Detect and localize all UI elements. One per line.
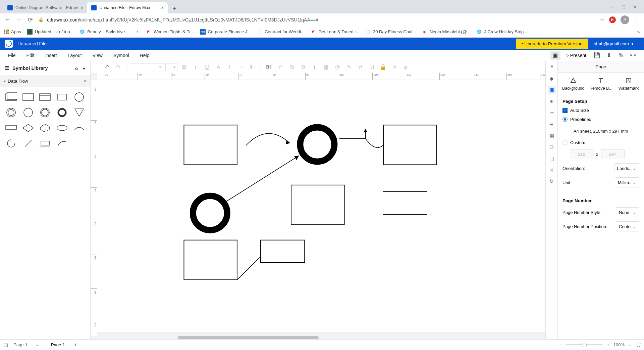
shape-diamond[interactable] bbox=[20, 121, 36, 135]
fullscreen-icon[interactable]: ⛶ bbox=[636, 342, 641, 347]
page-tab[interactable]: Page-1 bbox=[46, 342, 70, 347]
tab-watermark[interactable]: AWatermark bbox=[616, 77, 641, 91]
image-tool-icon[interactable]: ▦ bbox=[548, 132, 556, 140]
extension-icon[interactable]: K bbox=[609, 16, 616, 23]
tools-icon[interactable]: ✕ bbox=[390, 63, 399, 72]
italic-icon[interactable]: I bbox=[191, 63, 200, 72]
present-button[interactable]: Present bbox=[562, 51, 590, 60]
layout-icon[interactable]: ▯▯ bbox=[3, 342, 8, 347]
menu-file[interactable]: File bbox=[3, 50, 21, 61]
bookmark-item[interactable]: ⬚30 Day Fitness Chal... bbox=[365, 29, 416, 35]
present-tool-icon[interactable]: ▱ bbox=[548, 109, 556, 117]
collapse-icon[interactable]: « bbox=[83, 65, 86, 71]
new-tab-button[interactable]: + bbox=[170, 4, 179, 13]
expand-panel-icon[interactable]: « bbox=[548, 63, 556, 71]
pn-pos-select[interactable]: Center bbox=[616, 221, 639, 231]
tab-remove-bg[interactable]: Remove B... bbox=[588, 77, 613, 91]
pn-style-select[interactable]: None bbox=[616, 207, 639, 217]
line-spacing-icon[interactable]: ⬍≡ bbox=[248, 63, 257, 72]
shape-rect[interactable] bbox=[20, 90, 36, 104]
bookmark-item[interactable]: ◉Negin Mirsalehi (@... bbox=[422, 29, 471, 35]
profile-avatar[interactable]: A bbox=[621, 15, 629, 24]
edit-icon[interactable]: ☑ bbox=[367, 63, 376, 72]
fill-icon[interactable]: ◔ bbox=[333, 63, 342, 72]
stroke-icon[interactable]: ✎ bbox=[344, 63, 354, 72]
page-tool-icon[interactable]: ▣ bbox=[548, 86, 556, 94]
bookmark-item[interactable]: MHCorporate Finance J... bbox=[200, 29, 251, 35]
bookmark-item[interactable]: 🌐J.Crew Holiday Strip... bbox=[477, 29, 528, 35]
history-icon[interactable]: ↻ bbox=[548, 177, 556, 185]
bookmark-item[interactable]: ⬛Updated list of top... bbox=[27, 29, 74, 35]
share-icon[interactable]: ⚬⚬ bbox=[628, 51, 638, 60]
print-icon[interactable]: 🖶 bbox=[616, 51, 626, 60]
shape-ellipse[interactable] bbox=[54, 121, 70, 135]
menu-help[interactable]: Help bbox=[135, 50, 155, 61]
shape-process[interactable] bbox=[3, 90, 19, 104]
url-field[interactable]: 🔒 edrawmax.com/online/app.html?y0/KUjV2K… bbox=[38, 17, 595, 23]
zoom-slider[interactable] bbox=[566, 344, 603, 345]
save-icon[interactable]: 💾 bbox=[592, 51, 602, 60]
font-family-select[interactable] bbox=[130, 63, 163, 71]
shape-arc[interactable] bbox=[71, 121, 87, 135]
shape-note[interactable] bbox=[37, 136, 53, 150]
unit-select[interactable]: Millim... bbox=[615, 177, 639, 187]
horizontal-scrollbar[interactable] bbox=[97, 336, 545, 339]
download-icon[interactable]: ⬇ bbox=[604, 51, 614, 60]
paper-size-select[interactable]: A4 sheet, 210mm x 297 mm bbox=[570, 126, 639, 136]
minimize-icon[interactable]: ─ bbox=[611, 4, 614, 9]
connector-icon[interactable]: ↱ bbox=[276, 63, 285, 72]
zoom-out-button[interactable]: − bbox=[559, 342, 562, 347]
forward-button[interactable]: → bbox=[15, 16, 22, 23]
align-left-icon[interactable]: ⫮ bbox=[310, 63, 319, 72]
underline-icon[interactable]: U bbox=[202, 63, 212, 72]
bookmark-item[interactable]: ◤Women Tights & Tr... bbox=[146, 29, 194, 35]
shape-double-circle[interactable] bbox=[3, 105, 19, 120]
back-button[interactable]: ← bbox=[4, 16, 11, 23]
upgrade-button[interactable]: • Upgrade to Premium Version bbox=[516, 39, 588, 49]
zoom-in-button[interactable]: + bbox=[607, 342, 609, 347]
group-icon[interactable]: ⧉ bbox=[287, 63, 297, 72]
search-icon[interactable]: ⌕ bbox=[401, 63, 411, 72]
align-icon[interactable]: ≡ bbox=[236, 63, 246, 72]
text-tool-icon[interactable]: ⧉T bbox=[264, 63, 274, 72]
shape-curve[interactable] bbox=[54, 136, 70, 150]
browser-tab-1[interactable]: Online Diagram Software - Edraw × bbox=[3, 2, 87, 13]
app-logo-icon[interactable] bbox=[5, 40, 13, 48]
shuffle-icon[interactable]: ⤨ bbox=[548, 166, 556, 174]
bold-icon[interactable]: B bbox=[179, 63, 189, 72]
maximize-icon[interactable]: ☐ bbox=[622, 4, 626, 9]
orientation-select[interactable]: Lands... bbox=[614, 163, 639, 173]
menu-edit[interactable]: Edit bbox=[21, 50, 40, 61]
close-icon[interactable]: × bbox=[161, 5, 164, 10]
add-page-button[interactable]: + bbox=[72, 342, 79, 348]
menu-icon[interactable]: ⋮ bbox=[634, 16, 640, 24]
lock-icon[interactable]: 🔒 bbox=[378, 63, 388, 72]
org-tool-icon[interactable]: ⬚ bbox=[548, 155, 556, 163]
shape-line[interactable] bbox=[20, 136, 36, 150]
bookmark-apps[interactable]: Apps bbox=[4, 29, 21, 34]
text-style-icon[interactable]: T bbox=[225, 63, 234, 72]
drawing-canvas[interactable] bbox=[97, 80, 545, 333]
predefined-radio[interactable]: Predefined bbox=[562, 117, 639, 122]
arrow-style-icon[interactable]: ⇄ bbox=[356, 63, 365, 72]
autosize-checkbox[interactable]: ✓ Auto Size bbox=[562, 108, 639, 113]
bookmark-item[interactable]: ▯Contract for Weddi... bbox=[257, 29, 305, 35]
distribute-icon[interactable]: ▦ bbox=[321, 63, 331, 72]
shape-rect-small[interactable] bbox=[54, 90, 70, 104]
ungroup-icon[interactable]: ⧉ bbox=[299, 63, 308, 72]
symbol-category[interactable]: Data Flow × bbox=[0, 75, 90, 87]
search-icon[interactable]: ⌕ bbox=[75, 65, 78, 71]
menu-view[interactable]: View bbox=[87, 50, 108, 61]
user-menu[interactable]: shah@gmail.com bbox=[588, 41, 640, 46]
shape-rect-div[interactable] bbox=[37, 90, 53, 104]
reload-button[interactable]: ⟳ bbox=[27, 16, 34, 23]
menu-symbol[interactable]: Symbol bbox=[108, 50, 135, 61]
font-size-select[interactable] bbox=[165, 63, 177, 71]
bookmark-item[interactable]: f bbox=[135, 29, 140, 35]
bookmark-star-icon[interactable]: ☆ bbox=[600, 16, 604, 23]
bookmark-item[interactable]: ◤Get Lean & Toned i... bbox=[311, 29, 359, 35]
shape-cloud[interactable] bbox=[37, 121, 53, 135]
browser-tab-2[interactable]: Unnamed File - Edraw Max × bbox=[87, 2, 168, 13]
redo-icon[interactable]: ↷ bbox=[113, 63, 123, 72]
shape-trapezoid[interactable] bbox=[3, 121, 19, 135]
